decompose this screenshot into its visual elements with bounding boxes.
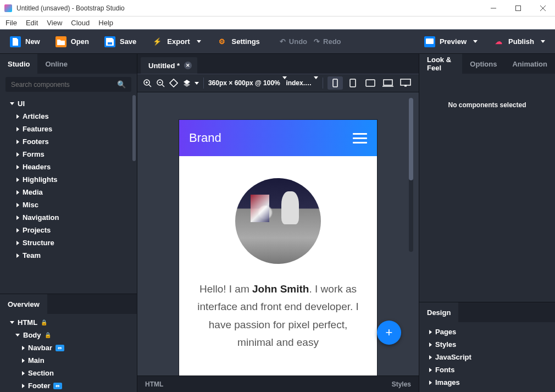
redo-button[interactable]: ↷Redo [314, 37, 341, 46]
tab-studio[interactable]: Studio [0, 54, 37, 74]
scrollbar[interactable] [131, 95, 137, 294]
tab-animation[interactable]: Animation [504, 54, 555, 74]
menu-help[interactable]: Help [98, 19, 113, 27]
preview-intro-text: Hello! I am John Smith. I work as interf… [196, 280, 360, 351]
tree-item[interactable]: Navigation [0, 211, 137, 224]
zoom-in-icon[interactable] [143, 79, 152, 87]
svg-rect-18 [366, 80, 375, 86]
overview-html[interactable]: HTML 🔒 [0, 316, 137, 329]
device-tablet-landscape[interactable] [363, 76, 378, 90]
zoom-out-icon[interactable] [156, 79, 165, 87]
tree-item[interactable]: Footers [0, 135, 137, 148]
tree-item[interactable]: Misc [0, 198, 137, 211]
tab-look-feel[interactable]: Look & Feel [419, 54, 462, 74]
minimize-button[interactable] [481, 0, 506, 16]
add-button[interactable]: + [377, 321, 401, 345]
undo-button[interactable]: ↶Undo [280, 37, 307, 46]
open-button[interactable]: Open [51, 34, 93, 49]
tree-root-ui[interactable]: UI [0, 97, 137, 110]
preview-button[interactable]: Preview [420, 34, 482, 49]
search-components[interactable]: 🔍 [5, 77, 131, 92]
tree-item[interactable]: Team [0, 249, 137, 262]
tab-online[interactable]: Online [37, 54, 75, 74]
tree-item[interactable]: Highlights [0, 173, 137, 186]
svg-line-11 [162, 85, 164, 87]
caret-right-icon [16, 228, 19, 233]
canvas-scrollbar[interactable] [409, 98, 413, 252]
caret-right-icon [16, 190, 19, 195]
caret-right-icon [16, 140, 19, 144]
save-button[interactable]: Save [100, 34, 141, 49]
overview-section[interactable]: Section [0, 367, 137, 379]
file-selector[interactable]: index.… [286, 79, 318, 87]
tree-item[interactable]: Articles [0, 110, 137, 123]
settings-button[interactable]: ⚙Settings [212, 34, 264, 49]
canvas-toolbar: 360px × 600px @ 100% index.… [137, 74, 419, 92]
tree-item[interactable]: Forms [0, 148, 137, 161]
overview-body[interactable]: Body 🔒 [0, 329, 137, 341]
tree-item[interactable]: Headers [0, 161, 137, 173]
device-laptop[interactable] [380, 76, 396, 90]
caret-right-icon [22, 371, 25, 376]
design-styles[interactable]: Styles [419, 338, 555, 351]
design-javascript[interactable]: JavaScript [419, 351, 555, 363]
left-tabs: Studio Online [0, 54, 137, 74]
window-title: Untitled (unsaved) - Bootstrap Studio [16, 4, 481, 12]
layers-icon[interactable] [182, 79, 199, 87]
overview-navbar[interactable]: Navbar ⇔ [0, 341, 137, 354]
chevron-down-icon [473, 40, 478, 43]
document-tab[interactable]: Untitled * ✕ [141, 57, 197, 74]
caret-right-icon [429, 368, 432, 372]
zoom-info[interactable]: 360px × 600px @ 100% [208, 79, 281, 87]
new-button[interactable]: New [5, 34, 45, 49]
overview-main[interactable]: Main [0, 354, 137, 367]
preview-navbar: Brand [179, 120, 377, 156]
search-input[interactable] [11, 81, 117, 89]
tree-item[interactable]: Features [0, 123, 137, 135]
menu-view[interactable]: View [47, 19, 62, 27]
overview-footer[interactable]: Footer ⇔ [0, 379, 137, 392]
svg-rect-16 [333, 79, 337, 87]
maximize-button[interactable] [506, 0, 530, 16]
tab-options[interactable]: Options [462, 54, 504, 74]
device-phone[interactable] [328, 76, 343, 90]
svg-marker-15 [184, 82, 190, 87]
tree-item[interactable]: Media [0, 186, 137, 198]
caret-right-icon [22, 346, 25, 350]
preview-avatar-image [235, 178, 321, 264]
canvas[interactable]: Brand Hello! I am John Smith. I work as … [137, 92, 419, 376]
device-desktop[interactable] [398, 76, 413, 90]
device-tablet-portrait[interactable] [345, 76, 360, 90]
caret-right-icon [429, 355, 432, 360]
close-button[interactable] [530, 0, 555, 16]
tree-item[interactable]: Structure [0, 236, 137, 249]
cloud-up-icon: ☁ [493, 36, 504, 47]
design-images[interactable]: Images [419, 376, 555, 389]
design-fonts[interactable]: Fonts [419, 363, 555, 376]
hamburger-icon[interactable] [353, 133, 367, 143]
orientation-icon[interactable] [169, 79, 178, 87]
chevron-down-icon [195, 82, 199, 85]
tab-overview[interactable]: Overview [0, 294, 47, 314]
caret-right-icon [16, 114, 19, 119]
tree-item[interactable]: Projects [0, 224, 137, 236]
menu-edit[interactable]: Edit [26, 19, 38, 27]
tab-html[interactable]: HTML [137, 380, 171, 388]
bottom-tabs: HTML Styles [137, 376, 419, 392]
close-tab-icon[interactable]: ✕ [184, 62, 192, 69]
caret-right-icon [16, 152, 19, 157]
publish-button[interactable]: ☁Publish [489, 34, 550, 49]
export-button[interactable]: ⚡Export [147, 34, 205, 49]
caret-down-icon [10, 102, 14, 105]
tab-design[interactable]: Design [419, 302, 458, 322]
floppy-icon [104, 36, 115, 47]
left-panel: Studio Online 🔍 UI Articles Features Foo… [0, 54, 137, 392]
tab-styles[interactable]: Styles [384, 380, 419, 388]
design-pages[interactable]: Pages [419, 325, 555, 338]
menu-cloud[interactable]: Cloud [71, 19, 90, 27]
menu-file[interactable]: File [5, 19, 17, 27]
chevron-down-icon [541, 40, 545, 43]
chevron-down-icon [197, 40, 201, 43]
gear-icon: ⚙ [217, 36, 227, 47]
overview-tabs: Overview [0, 294, 137, 314]
